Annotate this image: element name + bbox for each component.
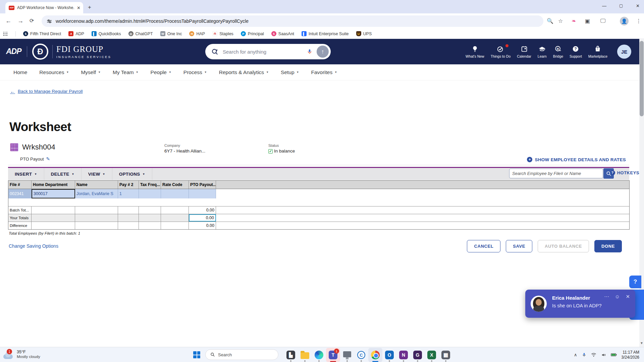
close-icon[interactable]: ✕ — [626, 294, 630, 300]
cell-tax-freq[interactable] — [139, 189, 161, 198]
taskbar-clock[interactable]: 11:17 AM 3/24/2026 — [622, 350, 639, 360]
forward-button[interactable]: → — [17, 17, 23, 24]
col-tax-freq[interactable]: Tax Freq... — [139, 181, 161, 189]
app-remote-desktop[interactable] — [340, 348, 354, 362]
weather-widget[interactable]: 1 35°F Mostly cloudy — [3, 348, 40, 360]
nav-my-team[interactable]: My Team▼ — [113, 69, 139, 75]
back-to-payroll-link[interactable]: ←Back to Manage Regular Payroll — [10, 88, 83, 94]
bookmark-intuit-suite[interactable]: ▌Intuit Enterprise Suite — [302, 31, 349, 36]
more-options-icon[interactable]: ⋯ — [604, 294, 609, 300]
support-button[interactable]: ? Support — [570, 45, 582, 58]
employee-search-input[interactable] — [509, 169, 603, 178]
nav-myself[interactable]: Myself▼ — [81, 69, 101, 75]
bookmark-adp[interactable]: AADP — [68, 31, 84, 36]
app-excel[interactable]: X — [425, 348, 439, 362]
calendar-button[interactable]: Calendar — [517, 45, 531, 58]
bookmark-principal[interactable]: PPrincipal — [241, 31, 264, 36]
app-g[interactable]: G — [411, 348, 425, 362]
marketplace-button[interactable]: Marketplace — [588, 45, 607, 58]
app-onenote[interactable]: N — [396, 348, 411, 362]
bookmark-saasant[interactable]: SSaasAnt — [271, 31, 294, 36]
emoji-react-icon[interactable]: ☺ — [615, 294, 620, 299]
app-edge[interactable] — [312, 348, 326, 362]
page-scrollbar-thumb[interactable] — [640, 41, 644, 116]
col-home-department[interactable]: Home Department — [32, 181, 75, 189]
edit-pencil-icon[interactable]: ✎ — [46, 156, 50, 162]
extension-pink-icon[interactable]: ❧ — [572, 18, 576, 24]
window-maximize-button[interactable]: ▢ — [619, 3, 623, 8]
bookmark-ups[interactable]: UUPS — [356, 31, 372, 36]
wifi-icon[interactable] — [591, 353, 596, 357]
window-close-button[interactable]: ✕ — [636, 3, 640, 8]
extensions-puzzle-icon[interactable]: ▣ — [585, 18, 590, 24]
whats-new-button[interactable]: What's New — [466, 45, 484, 58]
teams-notification[interactable]: Erica Healander Is she on LOA in ADP? ⋯ … — [525, 290, 635, 318]
bookmark-chatgpt[interactable]: ◎ChatGPT — [128, 31, 153, 36]
taskbar-search[interactable]: Search — [205, 349, 278, 360]
auto-balance-button[interactable]: AUTO BALANCE — [538, 240, 589, 252]
bookmark-staples[interactable]: ⊓Staples — [212, 31, 233, 36]
bridge-button[interactable]: B Bridge — [553, 45, 563, 58]
chrome-profile-avatar[interactable]: 👤 — [620, 17, 629, 25]
battery-charging-icon[interactable] — [611, 353, 617, 357]
reload-button[interactable]: ⟳ — [30, 17, 34, 24]
cell-pto-payout[interactable] — [189, 189, 216, 198]
nav-people[interactable]: People▼ — [151, 69, 171, 75]
microphone-tray-icon[interactable] — [582, 352, 586, 357]
help-flyout-button[interactable]: ? — [629, 276, 641, 288]
site-settings-icon[interactable] — [47, 20, 52, 22]
app-file-explorer[interactable] — [298, 348, 312, 362]
chrome-menu-icon[interactable]: ⋮ — [636, 18, 641, 24]
learn-button[interactable]: Learn — [538, 45, 547, 58]
bookmark-fifth-third[interactable]: 5Fifth Third Direct — [23, 31, 61, 36]
change-saving-options-link[interactable]: Change Saving Options — [9, 243, 58, 249]
col-pay2[interactable]: Pay # 2 — [118, 181, 139, 189]
col-pto-payout[interactable]: PTO Payout... — [189, 181, 216, 189]
app-chrome[interactable] — [368, 348, 382, 362]
user-avatar[interactable]: JE — [617, 45, 631, 59]
cell-home-department-selected[interactable]: 300017 — [32, 189, 75, 198]
scrollbar-down-arrow[interactable]: ▼ — [640, 341, 643, 345]
start-button[interactable] — [193, 351, 200, 358]
nav-setup[interactable]: Setup▼ — [281, 69, 299, 75]
things-to-do-button[interactable]: Things to Do — [491, 45, 511, 58]
back-button[interactable]: ← — [5, 17, 11, 24]
nav-process[interactable]: Process▼ — [183, 69, 207, 75]
col-rate-code[interactable]: Rate Code — [161, 181, 189, 189]
done-button[interactable]: DONE — [594, 240, 622, 252]
delete-menu-button[interactable]: DELETE▼ — [44, 168, 82, 180]
col-file[interactable]: File # — [8, 181, 32, 189]
tray-chevron-icon[interactable]: ∧ — [574, 352, 577, 357]
app-calculator[interactable]: ▦ — [439, 348, 453, 362]
your-totals-value[interactable]: 0.00 — [189, 214, 216, 222]
options-menu-button[interactable]: OPTIONS▼ — [112, 168, 152, 180]
cell-rate-code[interactable] — [161, 189, 189, 198]
new-tab-button[interactable]: + — [88, 4, 91, 11]
save-button[interactable]: SAVE — [506, 240, 532, 252]
bookmark-quickbooks[interactable]: ▌QuickBooks — [92, 31, 121, 36]
show-employee-details-link[interactable]: + SHOW EMPLOYEE DETAILS AND RATES — [527, 157, 626, 162]
global-search-input[interactable] — [223, 49, 303, 55]
app-widgets[interactable]: ▙ — [284, 348, 298, 362]
cell-employee-name[interactable]: Jordan, EvaMarie S — [75, 189, 118, 198]
nav-resources[interactable]: Resources▼ — [39, 69, 69, 75]
col-name[interactable]: Name — [75, 181, 118, 189]
app-teams[interactable]: T1 — [326, 348, 340, 362]
tab-close-icon[interactable]: ✕ — [77, 5, 80, 10]
nav-reports-analytics[interactable]: Reports & Analytics▼ — [219, 69, 269, 75]
hotkeys-link[interactable]: ?HOTKEYS — [610, 170, 639, 175]
url-bar[interactable]: workforcenow.adp.com/theme/admin.html#/P… — [42, 15, 543, 27]
cell-file-number[interactable]: 002341 — [8, 189, 32, 198]
microphone-icon[interactable] — [307, 49, 313, 55]
bookmark-one-inc[interactable]: WOne Inc — [160, 31, 182, 36]
app-outlook[interactable]: O — [382, 348, 396, 362]
apps-grid-icon[interactable] — [3, 32, 7, 36]
app-c-ring[interactable]: C — [354, 348, 368, 362]
volume-icon[interactable] — [601, 353, 606, 357]
view-menu-button[interactable]: VIEW▼ — [82, 168, 112, 180]
bookmark-hap[interactable]: HHAP — [189, 31, 205, 36]
insert-menu-button[interactable]: INSERT▼ — [8, 168, 44, 180]
global-search-bar[interactable]: ↑ — [205, 44, 331, 59]
search-submit-button[interactable]: ↑ — [317, 46, 329, 58]
browser-tab[interactable]: ADP ADP Workforce Now - Workshe... ✕ — [5, 2, 83, 13]
